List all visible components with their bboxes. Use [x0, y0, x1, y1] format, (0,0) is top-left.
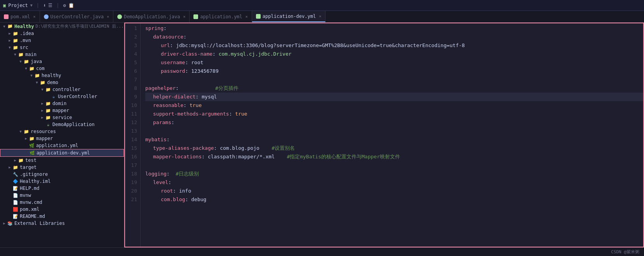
tree-java[interactable]: ▼ 📁 java: [0, 58, 124, 65]
tree-demoapplication[interactable]: ☕ DemoApplication: [0, 121, 124, 128]
tree-label-domin: domin: [52, 101, 66, 106]
val-username: root: [188, 58, 203, 67]
kw-mapper-loc: mapper-locations: [153, 153, 202, 161]
tab-label-application: application.yml: [200, 14, 242, 19]
code-area: spring: datasource: url: jdbc:mysql://lo…: [141, 23, 643, 247]
tree-root[interactable]: ▼ 📁 Healthy D:\研究生文件夹\练手项目\ELADMIN 后...: [0, 23, 124, 30]
tree-domin[interactable]: ▶ 📁 domin: [0, 100, 124, 107]
tree-mvn[interactable]: ▶ 📁 .mvn: [0, 37, 124, 44]
tab-application-dev[interactable]: application-dev.yml ✕: [252, 11, 325, 22]
tree-pom[interactable]: 🟥 pom.xml: [0, 206, 124, 213]
folder-icon-com: 📁: [29, 66, 35, 71]
code-line-10: reasonable: true: [145, 101, 643, 110]
tab-demoapplication[interactable]: DemoApplication.java ✕: [113, 11, 190, 22]
sp-4: [216, 50, 219, 58]
colon-5: :: [185, 58, 188, 67]
tree-idea[interactable]: ▶ 📁 .idea: [0, 30, 124, 37]
project-label[interactable]: Project: [8, 3, 28, 8]
tree-readme[interactable]: 📝 README.md: [0, 213, 124, 220]
tree-target[interactable]: ▶ 📁 target: [0, 164, 124, 171]
tree-mvnw-cmd[interactable]: 📄 mvnw.cmd: [0, 199, 124, 206]
tree-root-path: D:\研究生文件夹\练手项目\ELADMIN 后...: [36, 23, 124, 29]
tree-service[interactable]: ▶ 📁 service: [0, 114, 124, 121]
tree-label-test: test: [25, 158, 37, 163]
tab-close-pom[interactable]: ✕: [33, 14, 36, 19]
file-icon-gitignore: 🔧: [12, 172, 19, 177]
tree-label-resources: resources: [31, 129, 56, 134]
tree-test[interactable]: ▶ 📁 test: [0, 157, 124, 164]
comment-alias: #设置别名: [272, 144, 295, 153]
toolbar-icon-1[interactable]: ⬇: [43, 3, 46, 8]
tree-usercontroller[interactable]: ☕ UserController: [0, 93, 124, 100]
tree-external-libs[interactable]: ▶ 📚 External Libraries: [0, 220, 124, 227]
tab-icon-pom: [4, 14, 9, 19]
tree-com[interactable]: ▼ 📁 com: [0, 65, 124, 72]
editor[interactable]: 1 2 3 4 5 6 7 8 9 10 11 12 13 14 15 16 1…: [124, 23, 644, 247]
tab-close-demoapplication[interactable]: ✕: [183, 14, 185, 19]
file-icon-application-yml: 🌿: [29, 143, 35, 148]
folder-icon-mapper-pkg: 📁: [45, 108, 51, 113]
comment-mapper: #指定myBatis的核心配置文件与Mapper映射文件: [287, 153, 400, 161]
val-dialect: mysql: [198, 93, 217, 101]
toolbar-icon-3[interactable]: ⚙: [63, 3, 66, 8]
bottom-bar: CSDN @紫米粥: [0, 247, 644, 256]
code-line-17: [145, 161, 643, 170]
code-line-7: [145, 75, 643, 84]
toolbar-icon-2[interactable]: ☰: [48, 3, 52, 8]
tab-close-application[interactable]: ✕: [245, 14, 248, 19]
tree-application-yml[interactable]: 🌿 application.yml: [0, 142, 124, 149]
tree-gitignore[interactable]: 🔧 .gitignore: [0, 171, 124, 178]
tab-application[interactable]: application.yml ✕: [190, 11, 252, 22]
tab-pom[interactable]: pom.xml ✕: [0, 11, 40, 22]
folder-icon-idea: 📁: [12, 31, 19, 36]
colon-6: :: [185, 67, 188, 75]
code-line-1: spring:: [145, 24, 643, 33]
colon-16: :: [202, 153, 205, 161]
arrow-mapper-pkg: ▶: [40, 108, 45, 113]
toolbar-sep: |: [37, 3, 39, 8]
colon-1: :: [164, 24, 167, 33]
tree-label-idea: .idea: [20, 31, 34, 36]
tree-src[interactable]: ▼ 📁 src: [0, 44, 124, 51]
val-support: true: [232, 110, 247, 118]
folder-icon-target: 📁: [12, 165, 19, 170]
colon-8: :: [176, 84, 179, 93]
val-reasonable: true: [186, 101, 202, 110]
code-line-20: root: info: [145, 187, 643, 195]
tree-demo[interactable]: ▼ 📁 demo: [0, 79, 124, 86]
csdn-watermark: CSDN @紫米粥: [611, 249, 639, 255]
tree-mapper-pkg[interactable]: ▶ 📁 mapper: [0, 107, 124, 114]
comment-logging: #日志级别: [176, 170, 199, 178]
tree-label-mapper-res: mapper: [36, 136, 53, 141]
dropdown-arrow[interactable]: ▼: [30, 3, 33, 7]
tree-resources[interactable]: ▼ 📁 resources: [0, 128, 124, 135]
sp-15: [259, 144, 272, 153]
tab-close-application-dev[interactable]: ✕: [319, 14, 321, 18]
tree-healthy[interactable]: ▼ 📁 healthy: [0, 72, 124, 79]
arrow-target: ▶: [7, 165, 12, 170]
tree-application-dev-yml[interactable]: 🌿 application-dev.yml: [0, 149, 124, 157]
arrow-java: ▼: [18, 59, 23, 64]
code-line-11: support-methods-arguments: true: [145, 110, 643, 118]
val-root: info: [176, 187, 191, 195]
tree-mapper-res[interactable]: ▶ 📁 mapper: [0, 135, 124, 142]
toolbar-icon-4[interactable]: 📋: [68, 3, 74, 8]
tab-usercontroller[interactable]: UserController.java ✕: [40, 11, 113, 22]
tree-iml[interactable]: 🔷 Healthy.iml: [0, 178, 124, 185]
tree-help[interactable]: 📝 HELP.md: [0, 185, 124, 192]
tree-controller[interactable]: ▼ 📁 controller: [0, 86, 124, 93]
editor-content: 1 2 3 4 5 6 7 8 9 10 11 12 13 14 15 16 1…: [125, 23, 643, 247]
ln-9: 9: [127, 93, 137, 101]
line-numbers: 1 2 3 4 5 6 7 8 9 10 11 12 13 14 15 16 1…: [125, 23, 141, 247]
tab-close-usercontroller[interactable]: ✕: [107, 14, 109, 19]
kw-driver: driver-class-name: [161, 50, 212, 58]
colon-19: :: [168, 178, 171, 187]
ln-17: 17: [127, 161, 137, 170]
code-line-14: mybatis:: [145, 135, 643, 144]
tree-main[interactable]: ▼ 📁 main: [0, 51, 124, 58]
tree-mvnw[interactable]: 📄 mvnw: [0, 192, 124, 199]
tab-icon-usercontroller: [44, 14, 49, 19]
arrow-main: ▼: [12, 52, 18, 57]
kw-password: password: [161, 67, 185, 75]
tree-label-healthy: healthy: [42, 73, 61, 78]
